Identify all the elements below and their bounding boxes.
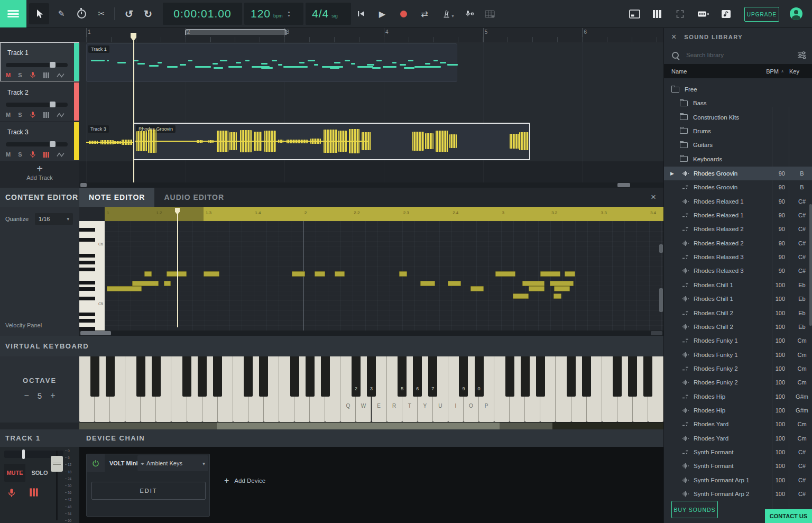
mic-icon[interactable]: [30, 71, 36, 79]
midi-note[interactable]: [420, 281, 435, 286]
upgrade-button[interactable]: UPGRADE: [744, 7, 779, 22]
stepper-down-icon[interactable]: ▾: [288, 14, 290, 17]
preset-prev-next-icon[interactable]: ◂▸: [141, 461, 144, 466]
loop-button[interactable]: ⇄: [416, 3, 433, 24]
midi-note[interactable]: [553, 293, 561, 299]
instrument-icon[interactable]: [43, 72, 49, 78]
sound-row[interactable]: Rhodes Hip100G#m: [664, 403, 812, 417]
octave-minus-button[interactable]: −: [24, 391, 29, 400]
track-card[interactable]: Track 3MS: [0, 122, 79, 161]
black-key[interactable]: [90, 356, 99, 397]
black-key[interactable]: [306, 356, 315, 397]
library-scrollbar[interactable]: [809, 204, 812, 326]
pan-handle[interactable]: [22, 449, 25, 459]
sound-row[interactable]: Synth Formant Arp 1100C#: [664, 473, 812, 487]
toggle-keyboard-button[interactable]: [649, 3, 666, 24]
redo-button[interactable]: ↻: [139, 3, 158, 24]
timer-tool-button[interactable]: [72, 3, 90, 24]
octave-plus-button[interactable]: +: [50, 391, 55, 400]
automation-icon[interactable]: [57, 152, 64, 158]
piano-roll-grid[interactable]: [105, 221, 663, 331]
device-power-button[interactable]: [87, 454, 105, 472]
sound-row[interactable]: Rhodes Relaxed 290C#: [664, 236, 812, 250]
solo-button[interactable]: S: [18, 151, 22, 158]
audio-region-selected[interactable]: Rhodes Groovin: [133, 123, 530, 160]
edit-device-button[interactable]: EDIT: [91, 482, 206, 500]
note-editor-hscrollbar[interactable]: [79, 331, 663, 336]
midi-note[interactable]: [565, 271, 575, 277]
metronome-button[interactable]: ▾: [438, 3, 459, 24]
black-key[interactable]: [198, 356, 207, 397]
black-key[interactable]: [643, 356, 652, 397]
volume-fader-handle[interactable]: [51, 456, 63, 472]
scroll-thumb[interactable]: [659, 288, 663, 312]
sound-row[interactable]: Rhodes Chill 2100Eb: [664, 306, 812, 320]
close-library-icon[interactable]: ×: [671, 32, 676, 42]
sound-row[interactable]: Rhodes Relaxed 190C#: [664, 208, 812, 222]
sound-row[interactable]: Rhodes Yard100Cm: [664, 432, 812, 445]
sound-row[interactable]: Rhodes Funky 1100Cm: [664, 334, 812, 347]
track-volume-slider[interactable]: [6, 63, 68, 67]
sound-row[interactable]: Rhodes Relaxed 390C#: [664, 250, 812, 264]
input-monitor-button[interactable]: [460, 3, 479, 24]
column-bpm[interactable]: BPM: [756, 68, 779, 75]
black-key[interactable]: 3: [367, 356, 376, 397]
toggle-library-button[interactable]: [717, 3, 735, 24]
black-key[interactable]: 7: [428, 356, 437, 397]
black-key[interactable]: 0: [475, 356, 484, 397]
select-tool-button[interactable]: [29, 3, 49, 24]
midi-note[interactable]: [204, 271, 219, 277]
midi-note[interactable]: [513, 293, 529, 299]
mute-button[interactable]: M: [6, 72, 11, 78]
midi-note[interactable]: [529, 286, 545, 291]
midi-note[interactable]: [448, 281, 461, 286]
folder-row[interactable]: Free: [664, 82, 812, 96]
device-card[interactable]: VOLT Mini ◂▸ Ambient Keys ▾ EDIT: [86, 454, 210, 517]
sound-row[interactable]: Rhodes Chill 1100Eb: [664, 278, 812, 292]
black-key[interactable]: [321, 356, 330, 397]
black-key[interactable]: [244, 356, 253, 397]
automation-icon[interactable]: [57, 72, 64, 78]
slider-knob[interactable]: [50, 141, 56, 147]
pencil-tool-button[interactable]: ✎: [52, 3, 70, 24]
tab-audio-editor[interactable]: AUDIO EDITOR: [154, 188, 234, 207]
scroll-thumb[interactable]: [217, 423, 500, 429]
contact-us-button[interactable]: CONTACT US: [765, 509, 812, 523]
folder-row[interactable]: Drums: [664, 124, 812, 138]
bpm-stepper[interactable]: ▴ ▾: [288, 10, 290, 17]
black-key[interactable]: 6: [413, 356, 422, 397]
note-editor-vscrollbar[interactable]: [659, 221, 663, 331]
tab-note-editor[interactable]: NOTE EDITOR: [79, 188, 154, 207]
slider-knob[interactable]: [50, 102, 56, 107]
track-lane-2[interactable]: [79, 82, 663, 122]
midi-note[interactable]: [399, 271, 407, 277]
black-key[interactable]: 2: [352, 356, 361, 397]
black-key[interactable]: 5: [398, 356, 407, 397]
black-key[interactable]: [536, 356, 545, 397]
midi-note[interactable]: [164, 281, 171, 286]
audio-clip-track3[interactable]: Track 3: [86, 124, 133, 160]
midi-note[interactable]: [554, 286, 570, 291]
midi-note[interactable]: [315, 271, 325, 277]
mute-button[interactable]: MUTE: [4, 464, 25, 482]
midi-note[interactable]: [335, 271, 345, 277]
scroll-thumb[interactable]: [659, 244, 663, 253]
folder-row[interactable]: Construction Kits: [664, 111, 812, 124]
track-volume-slider[interactable]: [6, 103, 68, 107]
instrument-icon[interactable]: [43, 152, 49, 158]
sound-row[interactable]: Synth Formant100C#: [664, 445, 812, 459]
column-key[interactable]: Key: [786, 68, 812, 75]
scroll-thumb[interactable]: [80, 331, 111, 335]
buy-sounds-button[interactable]: BUY SOUNDS: [671, 501, 718, 518]
black-key[interactable]: [628, 356, 637, 397]
solo-button[interactable]: S: [18, 112, 22, 118]
midi-note[interactable]: [107, 286, 142, 291]
scroll-thumb[interactable]: [617, 183, 630, 187]
black-key[interactable]: [259, 356, 268, 397]
toggle-editor-button[interactable]: [626, 3, 643, 24]
column-name[interactable]: Name: [671, 68, 756, 75]
quantize-dropdown[interactable]: 1/16 ▾: [35, 213, 73, 225]
midi-note[interactable]: [550, 281, 574, 286]
sound-row[interactable]: Rhodes Groovin90B: [664, 180, 812, 194]
sound-row[interactable]: Synth Formant100C#: [664, 459, 812, 473]
